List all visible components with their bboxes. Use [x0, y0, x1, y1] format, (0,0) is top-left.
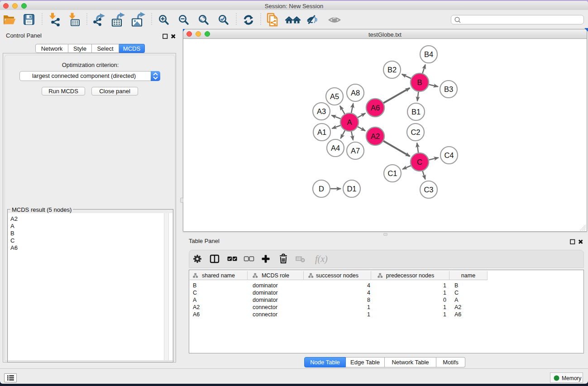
svg-text:A2: A2: [371, 132, 380, 140]
svg-text:C: C: [417, 158, 422, 166]
svg-text:A6: A6: [371, 104, 380, 112]
svg-text:A: A: [347, 118, 352, 126]
svg-text:A4: A4: [331, 144, 340, 152]
svg-text:A8: A8: [351, 89, 360, 97]
svg-text:B3: B3: [444, 85, 453, 93]
svg-text:A7: A7: [351, 147, 360, 155]
svg-text:A5: A5: [330, 92, 339, 100]
svg-text:D1: D1: [347, 185, 356, 193]
svg-text:B1: B1: [411, 108, 421, 116]
svg-text:D: D: [319, 185, 324, 193]
svg-text:A1: A1: [317, 128, 326, 136]
svg-text:B: B: [417, 78, 422, 86]
svg-text:B4: B4: [424, 50, 433, 58]
svg-text:C2: C2: [411, 128, 420, 136]
svg-text:C3: C3: [424, 186, 433, 194]
svg-text:C4: C4: [444, 151, 454, 159]
svg-text:A3: A3: [317, 107, 326, 115]
svg-text:f(x): f(x): [315, 254, 328, 264]
svg-text:B2: B2: [387, 66, 397, 74]
svg-text:C1: C1: [387, 169, 397, 177]
